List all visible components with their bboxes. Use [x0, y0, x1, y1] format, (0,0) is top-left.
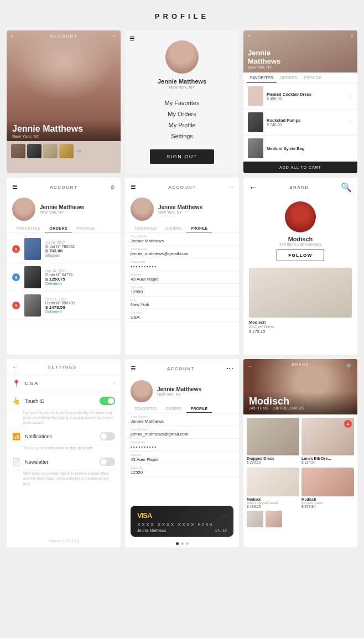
menu-item-orders[interactable]: My Orders — [168, 111, 196, 117]
profile-field-name-value[interactable]: Jennie Matthews — [131, 238, 233, 243]
newsletter-icon: 📄 — [12, 458, 20, 466]
payment-field-zipcode-value[interactable]: 12550 — [131, 470, 233, 475]
profile-photo: Jennie Matthews New York, NY — [7, 30, 121, 141]
profile-edit-hamburger-icon[interactable]: ≡ — [131, 182, 136, 192]
follow-button[interactable]: FOLLOW — [277, 250, 324, 261]
payment-more-icon[interactable]: ··· — [226, 364, 233, 374]
mini-thumb-2[interactable]: ♡ — [266, 511, 282, 527]
order-num-2: Order N° 64776 — [45, 273, 72, 277]
orders-avatar — [12, 198, 35, 221]
payment-hamburger-icon[interactable]: ≡ — [131, 364, 136, 374]
brand-product-price-2: $ 324.50 — [301, 460, 354, 464]
profile-edit-header: ≡ ACCOUNT ··· — [125, 178, 239, 194]
thumb-ring[interactable] — [59, 144, 74, 158]
orders-hamburger-icon[interactable]: ≡ — [12, 182, 17, 192]
brand-product-price: $ 279.15 — [249, 329, 352, 334]
profile-field-email-value[interactable]: jennie_matthews@gmail.com — [131, 251, 233, 256]
orders-tab-favorites[interactable]: FAVORITES — [12, 224, 45, 232]
brand-product-img-1: ♡ — [247, 418, 299, 455]
dot-3[interactable] — [186, 542, 189, 545]
mini-thumb-heart-2[interactable]: ♡ — [278, 512, 281, 516]
brand-product-name-1: Drapped Dress — [247, 457, 299, 460]
menu-item-profile[interactable]: My Profile — [169, 122, 196, 128]
menu-icon[interactable]: ≡ — [11, 34, 14, 39]
more-icon[interactable]: + — [113, 34, 116, 39]
brand-small-img-2: ♡ — [301, 468, 354, 496]
visa-expiry-date: 14 / 19 — [215, 528, 227, 532]
orders-tab-orders[interactable]: ORDERS — [45, 224, 72, 232]
brand-product-heart-1[interactable]: ♡ — [293, 420, 297, 426]
brand-expanded-search-icon[interactable]: 🔍 — [346, 364, 353, 370]
brand-small-brand-2: Modisch — [301, 497, 354, 501]
menu-item-favorites[interactable]: My Favorites — [165, 100, 200, 106]
tab-orders[interactable]: ORDERS — [277, 72, 301, 83]
fav-thumb-heels — [248, 112, 263, 132]
brand-product-plus-icon[interactable]: + — [344, 420, 352, 428]
menu-item-settings[interactable]: Settings — [171, 133, 193, 139]
payment-tab-orders[interactable]: ORDERS — [161, 404, 186, 413]
orders-card-header: ≡ ACCOUNT ⚙ — [7, 178, 121, 194]
brand-expanded-name: Modisch — [249, 396, 352, 406]
brand-search-icon[interactable]: 🔍 — [341, 182, 352, 193]
payment-field-address-value[interactable]: 43 Auer Rapid — [131, 457, 233, 462]
orders-settings-icon[interactable]: ⚙ — [110, 184, 115, 190]
mini-thumb-1[interactable]: ♡ — [247, 511, 263, 527]
dot-2[interactable] — [181, 542, 184, 545]
tab-profile[interactable]: PROFILE — [301, 72, 325, 83]
thumb-sandal[interactable] — [43, 144, 58, 158]
brand-card-header: ← BRAND 🔍 — [243, 178, 357, 197]
notifications-toggle[interactable] — [100, 432, 115, 440]
setting-location-arrow[interactable]: › — [113, 381, 115, 386]
brand-small-heart-1[interactable]: ♡ — [294, 469, 298, 474]
brand-small-price-1: $ 189.25 — [247, 505, 299, 509]
tab-favorites[interactable]: FAVORITES — [247, 72, 277, 83]
heart-icon-2[interactable]: ♡ — [348, 120, 353, 126]
profile-edit-more-icon[interactable]: ··· — [229, 184, 233, 190]
visa-more-icon[interactable]: ··· — [222, 513, 227, 518]
thumb-heels[interactable] — [27, 144, 41, 158]
payment-field-name-value[interactable]: Jennie Matthews — [131, 419, 233, 424]
orders-tabs: FAVORITES ORDERS PROFILE — [7, 224, 121, 233]
payment-tab-favorites[interactable]: FAVORITES — [131, 404, 161, 413]
order-num-3: Order N° 556789 — [45, 301, 75, 305]
newsletter-desc: We'll keep you posted! Opt-in to receive… — [7, 471, 121, 489]
profile-edit-tab-favorites[interactable]: FAVORITES — [131, 224, 161, 232]
payment-field-email-value[interactable]: jennie_matthews@gmail.com — [131, 432, 233, 437]
orders-tab-profile[interactable]: PROFILE — [72, 224, 99, 232]
heart-icon-1[interactable]: ♡ — [348, 94, 353, 100]
brand-heart-icon[interactable]: ♡ — [345, 271, 349, 276]
profile-field-city-value[interactable]: New York — [131, 302, 233, 307]
favorites-tabs: FAVORITES ORDERS PROFILE — [243, 72, 357, 84]
brand-back-icon[interactable]: ← — [249, 183, 258, 193]
profile-field-country-value[interactable]: USA — [131, 315, 233, 320]
settings-label: SETTINGS — [48, 365, 76, 370]
settings-card: ← SETTINGS 📍 U.S.A › 👆 Touch ID Use your… — [7, 359, 121, 547]
order-price-2: $ 1250.75 — [45, 277, 72, 282]
profile-field-zipcode-value[interactable]: 12550 — [131, 289, 233, 294]
profile-edit-tab-orders[interactable]: ORDERS — [161, 224, 186, 232]
profile-edit-card: ≡ ACCOUNT ··· Jennie Matthews New York, … — [125, 178, 239, 355]
profile-field-city-label: City — [131, 298, 233, 302]
payment-field-password-value[interactable]: •••••••••• — [131, 444, 233, 449]
profile-field-name-label: Your Name — [131, 235, 233, 238]
order-badge-3: 5 — [12, 302, 20, 309]
newsletter-toggle[interactable] — [100, 458, 115, 466]
brand-expanded-name-overlay: Modisch 245 ITEMS 23k FOLLOWERS — [243, 392, 357, 414]
touchid-toggle[interactable] — [100, 397, 115, 405]
payment-tab-profile[interactable]: PROFILE — [186, 404, 212, 413]
order-num-1: Order N° 786562 — [45, 245, 75, 248]
order-info-3: Feb 21, 2017 Order N° 556789 $ 1478.50 D… — [45, 297, 75, 314]
mini-thumb-heart-1[interactable]: ♡ — [259, 512, 262, 516]
profile-field-country: Country USA — [125, 309, 239, 322]
settings-back-icon[interactable]: ← — [12, 364, 18, 370]
menu-hamburger-icon[interactable]: ≡ — [129, 34, 134, 44]
thumb-bag[interactable] — [11, 144, 25, 158]
favorites-card: ≡ 2 JennieMatthews New York, NY FAVORITE… — [243, 30, 357, 173]
profile-field-password-value[interactable]: •••••••••• — [131, 264, 233, 269]
brand-small-heart-2[interactable]: ♡ — [349, 469, 352, 474]
profile-field-address-value[interactable]: 43 Auer Rapid — [131, 277, 233, 282]
profile-edit-tab-profile[interactable]: PROFILE — [186, 224, 212, 232]
signout-button[interactable]: SIGN OUT — [150, 149, 214, 164]
add-all-to-cart-button[interactable]: ADD ALL TO CART — [243, 162, 357, 173]
dot-1[interactable] — [176, 542, 179, 545]
